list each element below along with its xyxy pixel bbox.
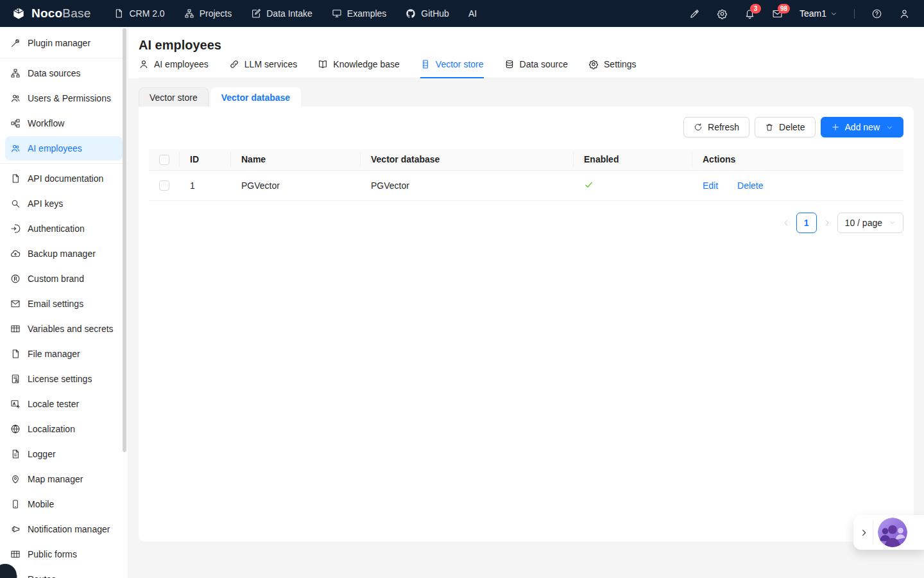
sidebar-item-custom-brand[interactable]: Custom brand bbox=[5, 267, 123, 291]
add-new-button[interactable]: Add new bbox=[821, 117, 903, 137]
refresh-button[interactable]: Refresh bbox=[683, 117, 749, 137]
navbar-actions: 3 98 Team1 bbox=[689, 8, 924, 19]
page-number-button[interactable]: 1 bbox=[796, 213, 817, 233]
sidebar-item-label: Authentication bbox=[28, 223, 85, 234]
subtab-vector-database[interactable]: Vector database bbox=[210, 87, 301, 107]
monitor-icon bbox=[332, 8, 342, 19]
sidebar-item-notification-manager[interactable]: Notification manager bbox=[5, 517, 123, 541]
ui-editor-button[interactable] bbox=[689, 8, 700, 19]
sidebar-item-label: Workflow bbox=[28, 118, 64, 128]
sidebar-item-workflow[interactable]: Workflow bbox=[5, 111, 123, 136]
prev-page-button[interactable] bbox=[782, 219, 790, 227]
brand-light: Base bbox=[62, 6, 90, 20]
nav-item-ai[interactable]: AI bbox=[468, 8, 477, 19]
nav-item-label: Projects bbox=[200, 8, 232, 19]
sidebar-item-api-keys[interactable]: API keys bbox=[5, 191, 123, 216]
tab-knowledge-base[interactable]: Knowledge base bbox=[318, 59, 400, 78]
sidebar-item-label: Routes bbox=[28, 574, 56, 578]
sidebar-item-users-permissions[interactable]: Users & Permissions bbox=[5, 86, 123, 110]
nav-item-label: AI bbox=[468, 8, 477, 19]
delete-link[interactable]: Delete bbox=[737, 180, 763, 191]
nav-item-projects[interactable]: Projects bbox=[184, 8, 232, 19]
assistant-divider bbox=[873, 520, 873, 545]
nav-item-crm[interactable]: CRM 2.0 bbox=[114, 8, 164, 19]
sidebar-item-public-forms[interactable]: Public forms bbox=[5, 542, 123, 566]
tab-label: Knowledge base bbox=[333, 59, 400, 69]
nav-item-data-intake[interactable]: Data Intake bbox=[251, 8, 312, 19]
top-navbar: NocoBase CRM 2.0 Projects Data Intake Ex… bbox=[0, 0, 924, 27]
messages-button[interactable]: 98 bbox=[772, 8, 783, 19]
sidebar-item-backup-manager[interactable]: Backup manager bbox=[5, 241, 123, 266]
delete-button[interactable]: Delete bbox=[755, 117, 815, 137]
sidebar-item-label: Custom brand bbox=[28, 274, 84, 284]
gear-icon bbox=[717, 8, 728, 19]
tab-llm-services[interactable]: LLM services bbox=[229, 59, 297, 78]
sidebar-item-locale-tester[interactable]: Locale tester bbox=[5, 392, 123, 416]
team-switcher[interactable]: Team1 bbox=[800, 8, 837, 19]
brand-name: NocoBase bbox=[31, 6, 90, 21]
edit-link[interactable]: Edit bbox=[703, 180, 718, 191]
cell-name: PGVector bbox=[231, 170, 361, 200]
tab-label: Settings bbox=[604, 59, 637, 69]
page-size-select[interactable]: 10 / page bbox=[837, 213, 903, 233]
workflow-icon bbox=[10, 118, 21, 128]
tab-label: AI employees bbox=[154, 59, 209, 69]
link-icon bbox=[229, 59, 239, 69]
file-icon bbox=[10, 173, 21, 184]
admin-settings-button[interactable] bbox=[717, 8, 728, 19]
cell-enabled bbox=[574, 170, 692, 200]
sidebar-scrollbar[interactable] bbox=[123, 28, 126, 452]
sidebar-item-ai-employees[interactable]: AI employees bbox=[5, 136, 123, 161]
main-area: AI employees AI employees LLM services K… bbox=[128, 27, 924, 578]
assistant-expand-button[interactable] bbox=[857, 520, 871, 545]
tab-data-source[interactable]: Data source bbox=[504, 59, 568, 78]
column-header-id: ID bbox=[180, 149, 231, 170]
profile-button[interactable] bbox=[899, 8, 910, 19]
login-icon bbox=[10, 223, 21, 234]
sidebar-item-routes[interactable]: Routes bbox=[5, 567, 123, 578]
subtab-vector-store[interactable]: Vector store bbox=[139, 87, 209, 107]
gear-icon bbox=[588, 59, 599, 69]
nav-item-label: Examples bbox=[347, 8, 386, 19]
notifications-button[interactable]: 3 bbox=[744, 8, 755, 19]
brand-bold: Noco bbox=[31, 6, 62, 20]
page-size-label: 10 / page bbox=[845, 218, 882, 228]
select-all-checkbox[interactable] bbox=[159, 155, 169, 165]
nav-item-examples[interactable]: Examples bbox=[332, 8, 386, 19]
sidebar-item-label: Public forms bbox=[28, 549, 77, 559]
row-checkbox[interactable] bbox=[159, 180, 169, 191]
sidebar-item-variables-secrets[interactable]: Variables and secrets bbox=[5, 317, 123, 341]
sitemap-icon bbox=[10, 68, 21, 78]
ai-team-avatar[interactable] bbox=[878, 518, 907, 547]
sidebar-item-plugin-manager[interactable]: Plugin manager bbox=[5, 31, 123, 55]
sidebar-item-mobile[interactable]: Mobile bbox=[5, 492, 123, 516]
sidebar-item-logger[interactable]: Logger bbox=[5, 442, 123, 466]
sidebar-item-api-documentation[interactable]: API documentation bbox=[5, 166, 123, 191]
sidebar-item-file-manager[interactable]: File manager bbox=[5, 342, 123, 366]
sidebar-item-data-sources[interactable]: Data sources bbox=[5, 61, 123, 85]
sidebar-item-authentication[interactable]: Authentication bbox=[5, 216, 123, 241]
nocobase-logo[interactable]: NocoBase bbox=[0, 6, 106, 21]
table-header-row: ID Name Vector database Enabled Actions bbox=[149, 149, 903, 170]
sidebar-item-label: Logger bbox=[28, 449, 56, 459]
cell-vector-database: PGVector bbox=[361, 170, 574, 200]
sync-icon bbox=[694, 123, 703, 132]
database-icon bbox=[504, 59, 515, 69]
tab-vector-store[interactable]: Vector store bbox=[420, 59, 484, 78]
sidebar-item-map-manager[interactable]: Map manager bbox=[5, 467, 123, 491]
cloud-backup-icon bbox=[10, 249, 21, 259]
tab-ai-employees[interactable]: AI employees bbox=[139, 59, 209, 78]
sidebar-item-localization[interactable]: Localization bbox=[5, 417, 123, 441]
sidebar-item-label: Variables and secrets bbox=[28, 324, 114, 334]
help-button[interactable] bbox=[871, 8, 882, 19]
tab-settings[interactable]: Settings bbox=[588, 59, 637, 78]
column-header-vector-database: Vector database bbox=[361, 149, 574, 170]
nav-item-github[interactable]: GitHub bbox=[406, 8, 449, 19]
sidebar-item-license-settings[interactable]: License settings bbox=[5, 367, 123, 391]
sitemap-icon bbox=[184, 8, 194, 19]
sidebar-item-email-settings[interactable]: Email settings bbox=[5, 292, 123, 316]
navbar-divider bbox=[854, 9, 855, 19]
next-page-button[interactable] bbox=[823, 219, 831, 227]
megaphone-icon bbox=[10, 524, 21, 534]
sidebar-item-label: Data sources bbox=[28, 68, 80, 78]
